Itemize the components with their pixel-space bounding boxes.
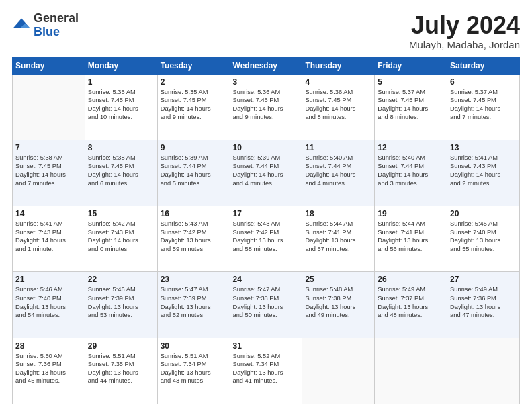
day-number: 20 [450, 209, 517, 218]
day-info: Sunrise: 5:44 AM Sunset: 7:41 PM Dayligh… [378, 220, 444, 253]
day-info: Sunrise: 5:38 AM Sunset: 7:45 PM Dayligh… [15, 154, 82, 187]
day-info: Sunrise: 5:49 AM Sunset: 7:36 PM Dayligh… [450, 285, 517, 319]
day-info: Sunrise: 5:47 AM Sunset: 7:39 PM Dayligh… [161, 285, 227, 319]
day-number: 26 [378, 275, 444, 284]
logo: General Blue [12, 12, 79, 39]
day-number: 15 [88, 209, 154, 218]
calendar-cell: 31Sunrise: 5:52 AM Sunset: 7:34 PM Dayli… [230, 338, 302, 404]
calendar-cell: 28Sunrise: 5:50 AM Sunset: 7:36 PM Dayli… [13, 338, 85, 404]
col-header-thursday: Thursday [302, 57, 375, 74]
title-block: July 2024 Mulayh, Madaba, Jordan [409, 12, 520, 50]
calendar-cell: 10Sunrise: 5:39 AM Sunset: 7:44 PM Dayli… [230, 140, 302, 205]
calendar-cell: 24Sunrise: 5:47 AM Sunset: 7:38 PM Dayli… [230, 272, 302, 338]
day-info: Sunrise: 5:40 AM Sunset: 7:44 PM Dayligh… [378, 154, 444, 187]
page: General Blue July 2024 Mulayh, Madaba, J… [0, 0, 532, 411]
day-number: 9 [161, 143, 227, 152]
day-info: Sunrise: 5:39 AM Sunset: 7:44 PM Dayligh… [161, 154, 227, 187]
day-info: Sunrise: 5:35 AM Sunset: 7:45 PM Dayligh… [161, 88, 227, 122]
day-info: Sunrise: 5:37 AM Sunset: 7:45 PM Dayligh… [378, 88, 444, 122]
calendar-cell: 18Sunrise: 5:44 AM Sunset: 7:41 PM Dayli… [302, 206, 375, 272]
week-row-3: 14Sunrise: 5:41 AM Sunset: 7:43 PM Dayli… [13, 206, 520, 272]
day-number: 6 [450, 77, 517, 87]
week-row-2: 7Sunrise: 5:38 AM Sunset: 7:45 PM Daylig… [13, 140, 520, 205]
day-info: Sunrise: 5:39 AM Sunset: 7:44 PM Dayligh… [233, 154, 300, 187]
day-info: Sunrise: 5:48 AM Sunset: 7:38 PM Dayligh… [305, 285, 371, 319]
day-info: Sunrise: 5:52 AM Sunset: 7:34 PM Dayligh… [233, 352, 300, 385]
day-info: Sunrise: 5:49 AM Sunset: 7:37 PM Dayligh… [378, 285, 444, 319]
calendar-cell: 26Sunrise: 5:49 AM Sunset: 7:37 PM Dayli… [375, 272, 447, 338]
day-info: Sunrise: 5:43 AM Sunset: 7:42 PM Dayligh… [161, 220, 227, 253]
location: Mulayh, Madaba, Jordan [409, 39, 520, 50]
day-info: Sunrise: 5:38 AM Sunset: 7:45 PM Dayligh… [88, 154, 154, 187]
calendar-cell: 21Sunrise: 5:46 AM Sunset: 7:40 PM Dayli… [13, 272, 85, 338]
calendar-cell [375, 338, 447, 404]
calendar-cell: 9Sunrise: 5:39 AM Sunset: 7:44 PM Daylig… [157, 140, 230, 205]
week-row-5: 28Sunrise: 5:50 AM Sunset: 7:36 PM Dayli… [13, 338, 520, 404]
calendar-cell: 17Sunrise: 5:43 AM Sunset: 7:42 PM Dayli… [230, 206, 302, 272]
day-info: Sunrise: 5:47 AM Sunset: 7:38 PM Dayligh… [233, 285, 300, 319]
day-info: Sunrise: 5:41 AM Sunset: 7:43 PM Dayligh… [15, 220, 82, 253]
day-info: Sunrise: 5:35 AM Sunset: 7:45 PM Dayligh… [88, 88, 154, 122]
day-number: 22 [88, 275, 154, 284]
month-title: July 2024 [409, 12, 520, 39]
day-info: Sunrise: 5:41 AM Sunset: 7:43 PM Dayligh… [450, 154, 517, 187]
calendar-cell: 6Sunrise: 5:37 AM Sunset: 7:45 PM Daylig… [447, 74, 520, 140]
col-header-wednesday: Wednesday [230, 57, 302, 74]
calendar-cell [13, 74, 85, 140]
day-number: 23 [161, 275, 227, 284]
col-header-sunday: Sunday [13, 57, 85, 74]
calendar-cell: 23Sunrise: 5:47 AM Sunset: 7:39 PM Dayli… [157, 272, 230, 338]
day-number: 4 [305, 77, 371, 87]
calendar-table: SundayMondayTuesdayWednesdayThursdayFrid… [12, 57, 520, 404]
header: General Blue July 2024 Mulayh, Madaba, J… [12, 12, 520, 50]
day-info: Sunrise: 5:40 AM Sunset: 7:44 PM Dayligh… [305, 154, 371, 187]
calendar-cell: 5Sunrise: 5:37 AM Sunset: 7:45 PM Daylig… [375, 74, 447, 140]
day-info: Sunrise: 5:45 AM Sunset: 7:40 PM Dayligh… [450, 220, 517, 253]
day-info: Sunrise: 5:46 AM Sunset: 7:40 PM Dayligh… [15, 285, 82, 319]
logo-text: General Blue [34, 12, 79, 39]
calendar-cell: 7Sunrise: 5:38 AM Sunset: 7:45 PM Daylig… [13, 140, 85, 205]
day-info: Sunrise: 5:51 AM Sunset: 7:35 PM Dayligh… [88, 352, 154, 385]
day-info: Sunrise: 5:42 AM Sunset: 7:43 PM Dayligh… [88, 220, 154, 253]
day-number: 12 [378, 143, 444, 152]
col-header-friday: Friday [375, 57, 447, 74]
day-number: 13 [450, 143, 517, 152]
day-number: 7 [15, 143, 82, 152]
calendar-cell: 22Sunrise: 5:46 AM Sunset: 7:39 PM Dayli… [85, 272, 157, 338]
day-info: Sunrise: 5:36 AM Sunset: 7:45 PM Dayligh… [305, 88, 371, 122]
calendar-cell: 19Sunrise: 5:44 AM Sunset: 7:41 PM Dayli… [375, 206, 447, 272]
calendar-cell: 1Sunrise: 5:35 AM Sunset: 7:45 PM Daylig… [85, 74, 157, 140]
day-number: 18 [305, 209, 371, 218]
week-row-4: 21Sunrise: 5:46 AM Sunset: 7:40 PM Dayli… [13, 272, 520, 338]
calendar-cell: 15Sunrise: 5:42 AM Sunset: 7:43 PM Dayli… [85, 206, 157, 272]
day-number: 30 [161, 341, 227, 351]
day-number: 14 [15, 209, 82, 218]
calendar-cell: 8Sunrise: 5:38 AM Sunset: 7:45 PM Daylig… [85, 140, 157, 205]
day-info: Sunrise: 5:50 AM Sunset: 7:36 PM Dayligh… [15, 352, 82, 385]
calendar-cell: 2Sunrise: 5:35 AM Sunset: 7:45 PM Daylig… [157, 74, 230, 140]
calendar-cell: 30Sunrise: 5:51 AM Sunset: 7:34 PM Dayli… [157, 338, 230, 404]
day-number: 8 [88, 143, 154, 152]
day-number: 3 [233, 77, 300, 87]
day-number: 27 [450, 275, 517, 284]
day-number: 28 [15, 341, 82, 351]
logo-blue: Blue [34, 26, 79, 39]
day-info: Sunrise: 5:36 AM Sunset: 7:45 PM Dayligh… [233, 88, 300, 122]
col-header-tuesday: Tuesday [157, 57, 230, 74]
calendar-cell: 25Sunrise: 5:48 AM Sunset: 7:38 PM Dayli… [302, 272, 375, 338]
day-number: 25 [305, 275, 371, 284]
day-number: 24 [233, 275, 300, 284]
day-number: 19 [378, 209, 444, 218]
col-header-monday: Monday [85, 57, 157, 74]
calendar-cell: 13Sunrise: 5:41 AM Sunset: 7:43 PM Dayli… [447, 140, 520, 205]
day-number: 31 [233, 341, 300, 351]
day-info: Sunrise: 5:51 AM Sunset: 7:34 PM Dayligh… [161, 352, 227, 385]
day-number: 29 [88, 341, 154, 351]
calendar-cell: 14Sunrise: 5:41 AM Sunset: 7:43 PM Dayli… [13, 206, 85, 272]
day-number: 5 [378, 77, 444, 87]
calendar-cell: 12Sunrise: 5:40 AM Sunset: 7:44 PM Dayli… [375, 140, 447, 205]
day-info: Sunrise: 5:46 AM Sunset: 7:39 PM Dayligh… [88, 285, 154, 319]
calendar-cell: 20Sunrise: 5:45 AM Sunset: 7:40 PM Dayli… [447, 206, 520, 272]
calendar-cell: 29Sunrise: 5:51 AM Sunset: 7:35 PM Dayli… [85, 338, 157, 404]
day-number: 2 [161, 77, 227, 87]
